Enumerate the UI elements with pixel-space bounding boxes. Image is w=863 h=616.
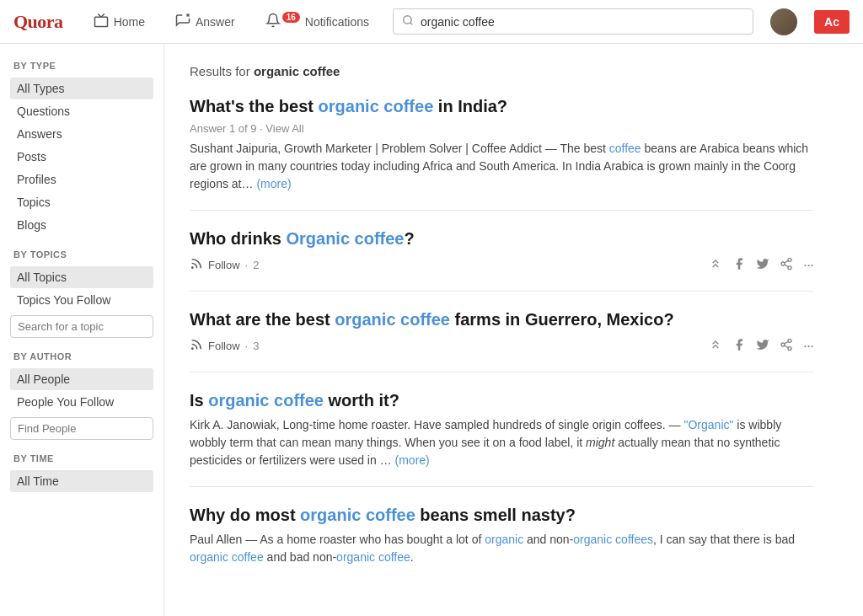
search-bar	[393, 8, 753, 35]
follow-button-3[interactable]: Follow · 3	[190, 338, 259, 354]
follow-button-2[interactable]: Follow · 2	[190, 257, 259, 273]
svg-point-12	[788, 339, 791, 342]
svg-point-3	[404, 16, 411, 24]
action-icons-3: ···	[709, 337, 813, 355]
by-type-title: By Type	[10, 61, 153, 71]
svg-point-8	[788, 265, 791, 269]
svg-line-10	[785, 260, 789, 263]
results-header: Results for organic coffee	[190, 64, 813, 78]
results-label: Results for	[190, 64, 250, 78]
organic-link-5a[interactable]: organic	[485, 533, 523, 546]
italic-word-4: might	[586, 436, 614, 449]
organic-link-5b[interactable]: organic coffees	[573, 533, 653, 546]
result-title-4[interactable]: Is organic coffee worth it?	[190, 389, 813, 411]
highlight-4: organic coffee	[208, 391, 324, 410]
by-topics-title: By Topics	[10, 249, 153, 260]
avatar[interactable]	[770, 8, 797, 35]
follow-dot-3: ·	[245, 340, 249, 352]
downvote-icon-3[interactable]	[709, 338, 722, 355]
people-search-input[interactable]	[10, 417, 153, 440]
more-icon-2[interactable]: ···	[803, 256, 813, 274]
svg-line-16	[785, 341, 789, 344]
by-time-title: By Time	[10, 453, 153, 463]
result-meta-1: Answer 1 of 9 · View All	[190, 122, 813, 135]
coffee-link-1[interactable]: coffee	[609, 142, 641, 155]
nav-answer[interactable]: Answer	[169, 9, 242, 34]
by-author-title: By Author	[10, 351, 153, 362]
sidebar-item-all-people[interactable]: All People	[10, 368, 153, 390]
sidebar-item-profiles[interactable]: Profiles	[10, 169, 153, 190]
result-title-5[interactable]: Why do most organic coffee beans smell n…	[190, 504, 813, 526]
more-link-4[interactable]: (more)	[395, 453, 430, 467]
organic-link-5c[interactable]: organic coffee	[190, 550, 264, 564]
more-link-1[interactable]: (more)	[256, 177, 291, 190]
facebook-icon-3[interactable]	[732, 338, 746, 355]
highlight-1: organic coffee	[319, 97, 434, 115]
follow-label-3: Follow	[208, 340, 240, 352]
organic-link-4[interactable]: "Organic"	[684, 418, 734, 431]
share-icon-2[interactable]	[780, 257, 793, 274]
result-item-3: What are the best organic coffee farms i…	[190, 308, 813, 372]
nav-answer-label: Answer	[196, 15, 235, 29]
logo[interactable]: Quora	[13, 11, 63, 33]
result-item-1: What's the best organic coffee in India?…	[190, 95, 813, 211]
svg-rect-0	[94, 17, 107, 26]
sidebar-item-all-topics[interactable]: All Topics	[10, 266, 153, 288]
notifications-badge: 16	[282, 12, 300, 23]
search-icon	[402, 14, 414, 29]
organic-link-5d[interactable]: organic coffee	[336, 550, 410, 564]
result-item-2: Who drinks Organic coffee? Follow · 2	[190, 228, 813, 292]
svg-line-9	[785, 265, 789, 267]
sidebar-item-posts[interactable]: Posts	[10, 146, 153, 168]
nav-home-label: Home	[114, 15, 145, 29]
highlight-2: Organic coffee	[286, 229, 404, 248]
nav-home[interactable]: Home	[87, 9, 152, 34]
sidebar: By Type All Types Questions Answers Post…	[0, 44, 164, 616]
result-snippet-5: Paul Allen — As a home roaster who has b…	[190, 531, 813, 566]
svg-line-4	[410, 23, 413, 25]
nav-notifications-label: Notifications	[305, 15, 369, 29]
question-row-2: Follow · 2 ·	[190, 256, 813, 274]
svg-line-15	[785, 345, 789, 348]
highlight-5a: organic coffee	[300, 506, 415, 524]
sidebar-item-answers[interactable]: Answers	[10, 123, 153, 145]
highlight-3: organic coffee	[335, 310, 450, 329]
svg-point-6	[788, 258, 791, 261]
follow-label-2: Follow	[208, 259, 240, 271]
facebook-icon-2[interactable]	[732, 257, 746, 274]
twitter-icon-2[interactable]	[756, 257, 769, 274]
home-icon	[94, 13, 109, 30]
ac-button[interactable]: Ac	[814, 10, 850, 34]
notification-icon	[265, 13, 281, 30]
result-title-3[interactable]: What are the best organic coffee farms i…	[190, 308, 813, 330]
svg-point-7	[781, 262, 785, 265]
follow-dot-2: ·	[245, 259, 249, 271]
follow-count-2: 2	[253, 259, 259, 271]
svg-point-13	[781, 343, 785, 346]
sidebar-item-topics[interactable]: Topics	[10, 191, 153, 213]
downvote-icon-2[interactable]	[709, 257, 722, 274]
svg-point-14	[788, 346, 791, 350]
sidebar-item-all-types[interactable]: All Types	[10, 78, 153, 99]
view-all-link-1[interactable]: View All	[265, 122, 303, 135]
sidebar-item-people-you-follow[interactable]: People You Follow	[10, 391, 153, 413]
result-item-4: Is organic coffee worth it? Kirk A. Jano…	[190, 389, 813, 487]
result-title-2[interactable]: Who drinks Organic coffee?	[190, 228, 813, 249]
share-icon-3[interactable]	[780, 338, 793, 355]
sidebar-item-topics-you-follow[interactable]: Topics You Follow	[10, 289, 153, 311]
search-input[interactable]	[421, 15, 744, 29]
twitter-icon-3[interactable]	[756, 338, 769, 355]
result-title-1[interactable]: What's the best organic coffee in India?	[190, 95, 813, 117]
sidebar-item-blogs[interactable]: Blogs	[10, 214, 153, 236]
page-container: By Type All Types Questions Answers Post…	[0, 44, 863, 616]
more-icon-3[interactable]: ···	[803, 337, 813, 355]
header: Quora Home Answer 16 Notifications Ac	[0, 0, 863, 44]
sidebar-item-questions[interactable]: Questions	[10, 100, 153, 122]
nav-notifications[interactable]: 16 Notifications	[259, 9, 376, 34]
follow-rss-icon-2	[190, 257, 203, 273]
question-row-3: Follow · 3 ·	[190, 337, 813, 355]
topic-search-input[interactable]	[10, 315, 153, 338]
sidebar-item-all-time[interactable]: All Time	[10, 470, 153, 492]
results-query: organic coffee	[254, 64, 340, 78]
result-item-5: Why do most organic coffee beans smell n…	[190, 504, 813, 583]
